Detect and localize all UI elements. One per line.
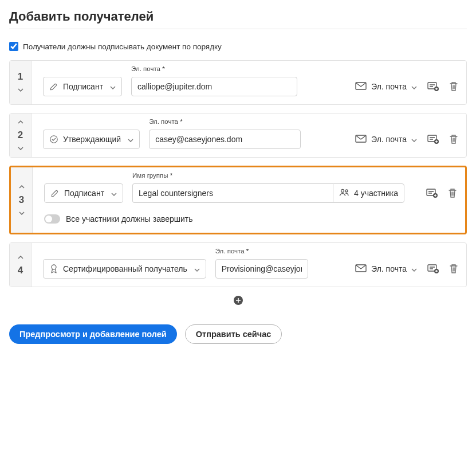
- svg-point-7: [341, 189, 344, 192]
- approve-icon: [49, 135, 58, 144]
- email-input[interactable]: [149, 130, 301, 149]
- page-title: Добавить получателей: [9, 9, 467, 29]
- role-select[interactable]: Утверждающий: [43, 130, 140, 149]
- group-label: Имя группы *: [132, 172, 172, 179]
- recipient-body: Сертифицированный получатель Эл. почта *…: [32, 243, 466, 287]
- send-now-button[interactable]: Отправить сейчас: [185, 324, 282, 344]
- svg-point-3: [50, 136, 57, 143]
- row-actions: Эл. почта: [355, 264, 458, 274]
- chevron-down-icon: [411, 82, 417, 91]
- sign-in-order-text: Получатели должны подписывать документ п…: [23, 42, 222, 51]
- group-field-group: Имя группы * 4 участника: [132, 183, 404, 203]
- move-down-icon[interactable]: [17, 144, 25, 152]
- recipient-row-1: 1 Подписант Эл. почта * Эл. почта: [9, 60, 467, 105]
- delivery-method-label: Эл. почта: [371, 82, 407, 91]
- delete-icon[interactable]: [449, 81, 458, 92]
- all-must-complete-toggle[interactable]: [44, 214, 60, 224]
- order-column: 1: [10, 61, 32, 104]
- add-message-icon[interactable]: [427, 135, 439, 144]
- delete-icon[interactable]: [449, 264, 458, 274]
- svg-point-8: [345, 190, 348, 192]
- footer-buttons: Предпросмотр и добавление полей Отправит…: [9, 324, 467, 344]
- group-members-button[interactable]: 4 участника: [333, 183, 404, 203]
- delivery-method-label: Эл. почта: [371, 135, 407, 144]
- email-field-group: Эл. почта *: [149, 130, 301, 149]
- recipient-row-2: 2 Утверждающий Эл. почта * Эл. почта: [9, 113, 467, 158]
- move-down-icon[interactable]: [17, 86, 25, 94]
- order-number: 4: [18, 265, 23, 276]
- delivery-method-select[interactable]: Эл. почта: [355, 135, 417, 144]
- delivery-method-label: Эл. почта: [371, 264, 407, 273]
- recipient-row-3: 3 Подписант Имя группы * 4 участника: [9, 166, 467, 234]
- delete-icon[interactable]: [449, 134, 458, 144]
- delete-icon[interactable]: [448, 188, 457, 198]
- chevron-down-icon: [194, 264, 200, 273]
- role-label: Подписант: [63, 82, 103, 91]
- chevron-down-icon: [128, 135, 133, 144]
- pen-icon: [49, 82, 58, 91]
- sign-in-order-checkbox[interactable]: [9, 42, 18, 51]
- add-message-icon[interactable]: [427, 82, 439, 91]
- email-label: Эл. почта *: [149, 118, 183, 125]
- role-select[interactable]: Подписант: [44, 183, 123, 203]
- email-input[interactable]: [131, 77, 297, 96]
- delivery-method-select[interactable]: Эл. почта: [355, 82, 417, 92]
- role-label: Подписант: [64, 189, 104, 198]
- add-message-icon[interactable]: [426, 189, 438, 198]
- mail-icon: [355, 264, 367, 274]
- chevron-down-icon: [411, 264, 417, 273]
- sign-in-order-label: Получатели должны подписывать документ п…: [9, 42, 467, 51]
- recipient-body: Утверждающий Эл. почта * Эл. почта: [32, 113, 466, 157]
- all-must-complete-row: Все участники должны завершить: [44, 214, 457, 224]
- move-down-icon[interactable]: [18, 209, 26, 217]
- mail-icon: [355, 82, 367, 92]
- preview-add-fields-button[interactable]: Предпросмотр и добавление полей: [9, 324, 177, 344]
- order-number: 3: [19, 194, 24, 206]
- move-up-icon[interactable]: [17, 253, 25, 261]
- role-label: Утверждающий: [63, 135, 121, 144]
- role-label: Сертифицированный получатель: [63, 264, 187, 273]
- email-field-group: Эл. почта *: [131, 77, 297, 96]
- recipient-row-4: 4 Сертифицированный получатель Эл. почта…: [9, 242, 467, 287]
- chevron-down-icon: [111, 189, 117, 198]
- role-select[interactable]: Сертифицированный получатель: [43, 259, 206, 279]
- add-recipient-row: [9, 295, 467, 308]
- add-message-icon[interactable]: [427, 264, 439, 273]
- group-name-input[interactable]: [132, 183, 333, 203]
- order-number: 1: [18, 71, 23, 83]
- role-select[interactable]: Подписант: [43, 77, 122, 96]
- chevron-down-icon: [110, 82, 116, 91]
- all-must-complete-label: Все участники должны завершить: [66, 214, 193, 224]
- add-recipient-button[interactable]: [233, 295, 243, 308]
- pen-icon: [50, 189, 60, 198]
- order-column: 3: [11, 167, 33, 233]
- row-actions: Эл. почта: [355, 134, 458, 144]
- email-input[interactable]: [215, 259, 308, 279]
- email-label: Эл. почта *: [215, 248, 249, 254]
- order-number: 2: [18, 130, 23, 141]
- move-up-icon[interactable]: [18, 183, 26, 191]
- move-up-icon[interactable]: [17, 118, 25, 126]
- ribbon-icon: [49, 264, 58, 274]
- plus-circle-icon: [233, 295, 243, 308]
- email-label: Эл. почта *: [131, 65, 165, 72]
- chevron-down-icon: [411, 135, 417, 144]
- mail-icon: [355, 135, 367, 144]
- order-column: 2: [10, 113, 32, 157]
- email-field-group: Эл. почта *: [215, 259, 308, 279]
- recipient-body: Подписант Имя группы * 4 участника Все у…: [33, 167, 465, 233]
- delivery-method-select[interactable]: Эл. почта: [355, 264, 417, 274]
- recipient-body: Подписант Эл. почта * Эл. почта: [32, 61, 466, 104]
- order-column: 4: [10, 243, 32, 287]
- row-actions: Эл. почта: [355, 81, 458, 92]
- members-count-label: 4 участника: [354, 189, 398, 198]
- people-icon: [339, 189, 349, 198]
- row-actions: [426, 188, 457, 198]
- svg-point-11: [52, 265, 56, 269]
